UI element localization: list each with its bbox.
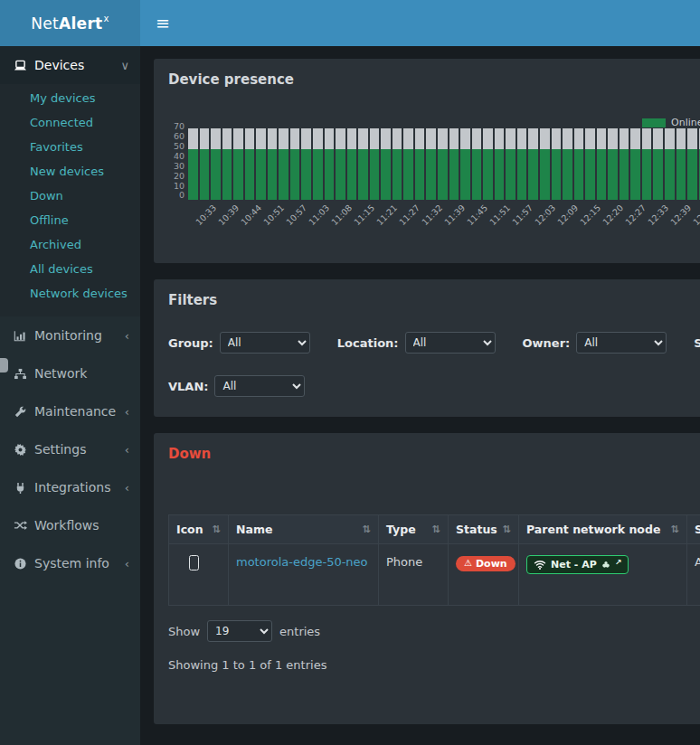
table-header-row: Icon⇅ Name⇅ Type⇅ Status⇅ Parent network… (169, 515, 700, 544)
filter-vlan-label: VLAN: (168, 380, 208, 393)
sidebar-item-devices[interactable]: Devices∨ (0, 46, 140, 84)
presence-bar (642, 122, 652, 200)
sort-icon[interactable]: ⇅ (671, 523, 679, 535)
presence-bar (506, 122, 516, 200)
sidebar-item-label: Network (34, 366, 129, 381)
entries-suffix: entries (279, 625, 320, 638)
chevron-down-icon: ∨ (120, 59, 129, 72)
filter-group: Group: All (168, 332, 310, 354)
presence-bar (233, 122, 243, 200)
sidebar-subitem-new-devices[interactable]: New devices (0, 159, 140, 184)
presence-bar (653, 122, 663, 200)
presence-bar (495, 122, 505, 200)
x-tick-label: 10:44 (233, 200, 256, 236)
sidebar-toggle-icon[interactable]: ≡ (140, 0, 185, 46)
filter-vlan-select[interactable]: All (214, 375, 305, 397)
presence-bar (279, 122, 289, 200)
column-header-last[interactable]: S (687, 515, 700, 544)
y-tick-label: 40 (174, 152, 184, 161)
column-header-name[interactable]: Name⇅ (229, 515, 379, 544)
cell-icon (169, 544, 229, 606)
sidebar-subitem-all-devices[interactable]: All devices (0, 257, 140, 281)
info-icon (13, 558, 27, 570)
sidebar-item-label: Settings (34, 442, 118, 457)
sidebar-subitem-my-devices[interactable]: My devices (0, 86, 140, 110)
sidebar-item-label: System info (34, 556, 118, 571)
sidebar-item-label: Maintenance (34, 404, 118, 419)
chevron-left-icon: ‹ (125, 481, 129, 495)
sidebar-subitem-network-devices[interactable]: Network devices (0, 281, 140, 306)
sort-icon[interactable]: ⇅ (213, 523, 221, 535)
presence-bar (211, 122, 221, 200)
presence-bar (574, 122, 584, 200)
down-devices-card: Down Icon⇅ Name⇅ Type⇅ Status⇅ Parent ne… (154, 433, 700, 724)
presence-bar (256, 122, 266, 200)
sidebar-subitem-connected[interactable]: Connected (0, 110, 140, 135)
edge-tag-icon[interactable] (0, 358, 8, 372)
presence-bar (188, 122, 198, 200)
filter-owner-select[interactable]: All (576, 332, 667, 354)
column-header-status[interactable]: Status⇅ (449, 515, 519, 544)
x-tick-label: 11:08 (324, 200, 346, 236)
column-header-icon[interactable]: Icon⇅ (169, 515, 229, 544)
device-link[interactable]: motorola-edge-50-neo (236, 555, 368, 569)
y-tick-label: 20 (174, 172, 184, 181)
sidebar-item-monitoring[interactable]: Monitoring‹ (0, 316, 140, 354)
sidebar-item-maintenance[interactable]: Maintenance‹ (0, 392, 140, 430)
presence-bar (552, 122, 562, 200)
y-tick-label: 60 (174, 132, 184, 141)
column-header-parent[interactable]: Parent network node⇅ (519, 515, 687, 544)
network-icon (13, 368, 27, 380)
chevron-left-icon: ‹ (125, 329, 129, 343)
sidebar-item-label: Integrations (34, 480, 118, 495)
presence-bar (472, 122, 482, 200)
sidebar-subitem-down[interactable]: Down (0, 184, 140, 208)
sidebar-item-workflows[interactable]: Workflows (0, 506, 140, 544)
filters-row-1: Group: All Location: All Owner: All Sour… (168, 332, 700, 354)
x-tick-label: 11:57 (505, 200, 527, 236)
brand-sup: x (104, 14, 109, 24)
presence-bar (200, 122, 210, 200)
shuffle-icon (13, 520, 27, 531)
sort-icon[interactable]: ⇅ (432, 523, 440, 535)
filter-group-select[interactable]: All (220, 332, 310, 354)
sidebar-item-system-info[interactable]: System info‹ (0, 544, 140, 582)
presence-bar (268, 122, 278, 200)
parent-node-badge[interactable]: Net - AP ↗ (526, 555, 629, 574)
sidebar-item-label: Devices (34, 58, 113, 72)
legend-online-label: Online (671, 117, 700, 128)
presence-bar (665, 122, 675, 200)
sort-icon[interactable]: ⇅ (363, 523, 371, 535)
sidebar-subitem-archived[interactable]: Archived (0, 232, 140, 257)
app-logo[interactable]: NetAlertx (0, 0, 140, 46)
filter-source: Source: All (694, 332, 700, 354)
sidebar-item-settings[interactable]: Settings‹ (0, 430, 140, 468)
x-tick-label: 11:03 (301, 200, 324, 236)
entries-summary: Showing 1 to 1 of 1 entries (168, 658, 700, 672)
x-tick-label: 11:21 (369, 200, 392, 236)
presence-bar (336, 122, 345, 200)
x-tick-label: 11:45 (459, 200, 482, 236)
column-header-type[interactable]: Type⇅ (379, 515, 449, 544)
presence-bar (563, 122, 572, 200)
y-tick-label: 10 (174, 182, 184, 191)
table-row[interactable]: motorola-edge-50-neo Phone ⚠Down Net - A… (169, 544, 700, 606)
sidebar-item-integrations[interactable]: Integrations‹ (0, 468, 140, 506)
x-tick-label: 11:39 (437, 200, 459, 236)
presence-bar (415, 122, 425, 200)
sidebar-item-network[interactable]: Network (0, 354, 140, 392)
entries-select[interactable]: 19 (207, 620, 272, 642)
sidebar-submenu-devices: My devicesConnectedFavoritesNew devicesD… (0, 84, 140, 316)
filter-location-select[interactable]: All (405, 332, 496, 354)
warning-icon: ⚠ (464, 559, 472, 568)
presence-bar (540, 122, 550, 200)
filter-vlan: VLAN: All (168, 375, 305, 397)
wrench-icon (13, 406, 27, 418)
laptop-icon (13, 60, 27, 71)
sort-icon[interactable]: ⇅ (503, 523, 511, 535)
sidebar-subitem-offline[interactable]: Offline (0, 208, 140, 232)
brand-bold: Alert (59, 14, 103, 33)
chevron-left-icon: ‹ (125, 443, 129, 457)
x-tick-label: 12:27 (618, 200, 640, 236)
sidebar-subitem-favorites[interactable]: Favorites (0, 135, 140, 159)
